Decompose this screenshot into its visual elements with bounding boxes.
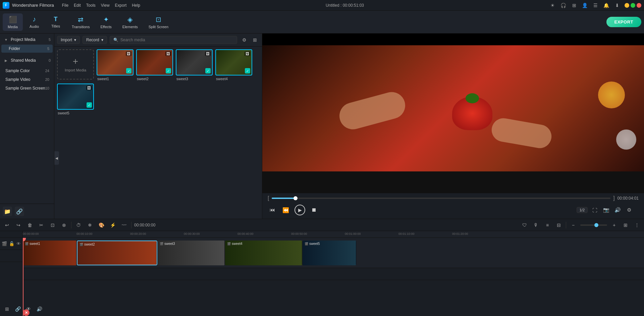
add-track-button[interactable]: ⊞ bbox=[3, 305, 11, 313]
timeline-playhead bbox=[23, 238, 23, 316]
track-lock-icon[interactable]: 🔓 bbox=[9, 241, 14, 246]
crop-button[interactable]: ⊡ bbox=[48, 221, 57, 229]
volume-button[interactable]: 🔊 bbox=[613, 206, 622, 214]
progress-bar-track[interactable] bbox=[272, 198, 610, 199]
export-button[interactable]: EXPORT bbox=[606, 17, 641, 27]
undo-button[interactable]: ↩ bbox=[3, 221, 11, 229]
shared-media-header[interactable]: ▶ Shared Media 0 bbox=[0, 56, 54, 65]
full-screen-button[interactable]: ⛶ bbox=[590, 206, 599, 214]
toolbar-titles[interactable]: T Titles bbox=[46, 14, 66, 30]
audio-button[interactable]: ⚡ bbox=[108, 221, 117, 229]
toolbar-audio[interactable]: ♪ Audio bbox=[24, 13, 44, 31]
freeze-button[interactable]: ❄ bbox=[86, 221, 94, 229]
close-button[interactable] bbox=[637, 3, 641, 8]
playback-rate[interactable]: 1/2 bbox=[577, 207, 588, 213]
sidebar-item-sample-green-screen[interactable]: Sample Green Screen 10 bbox=[1, 84, 53, 92]
speaker-bottom-button[interactable]: 🔊 bbox=[35, 305, 44, 313]
media-item-sweet1[interactable]: 🖼 ✓ sweet1 bbox=[97, 49, 133, 81]
eq-button[interactable]: ≡ bbox=[543, 221, 552, 229]
menu-export[interactable]: Export bbox=[115, 3, 127, 8]
new-folder-button[interactable]: 📁 bbox=[3, 207, 12, 216]
bracket-left-icon[interactable]: [ bbox=[268, 195, 269, 201]
fit-button[interactable]: ⊞ bbox=[621, 221, 630, 229]
play-button[interactable]: ▶ bbox=[294, 205, 305, 215]
ruler-ts-7: 00:01:10:00 bbox=[398, 232, 415, 235]
zoom-in-button[interactable]: + bbox=[610, 221, 619, 229]
import-media-button[interactable]: + Import Media bbox=[57, 49, 94, 80]
search-input[interactable] bbox=[120, 38, 233, 42]
ruler-spacer bbox=[0, 231, 22, 238]
toolbar-effects[interactable]: ✦ Effects bbox=[96, 13, 116, 31]
settings-button[interactable]: ⚙ bbox=[625, 206, 633, 214]
sidebar-item-sample-color[interactable]: Sample Color 24 bbox=[1, 67, 53, 75]
zoom-out-button[interactable]: − bbox=[569, 221, 578, 229]
bell-icon[interactable]: 🔔 bbox=[603, 2, 610, 9]
sidebar-item-sample-video[interactable]: Sample Video 20 bbox=[1, 75, 53, 84]
grid-icon[interactable]: ⊞ bbox=[571, 2, 578, 9]
snapshot-button[interactable]: 📷 bbox=[602, 206, 610, 214]
media-item-sweet4[interactable]: 🖼 ✓ sweet4 bbox=[215, 49, 252, 81]
bracket-right-icon[interactable]: ] bbox=[613, 195, 614, 201]
frame-back-button[interactable]: ⏪ bbox=[281, 205, 290, 215]
timeline-clip-sweet3[interactable]: 🎬 sweet3 bbox=[158, 241, 225, 265]
media-thumb-image-sweet5: 🖼 ✓ bbox=[57, 84, 94, 110]
sun-icon[interactable]: ☀ bbox=[549, 2, 556, 9]
speed-button[interactable]: ⏱ bbox=[74, 221, 83, 229]
menu-edit[interactable]: Edit bbox=[74, 3, 81, 8]
menu-tools[interactable]: Tools bbox=[86, 3, 96, 8]
download-icon[interactable]: ⬇ bbox=[614, 2, 621, 9]
timeline-clip-sweet5[interactable]: 🎬 sweet5 bbox=[303, 241, 356, 265]
side-collapse-button[interactable]: ◀ bbox=[54, 151, 59, 165]
title-bar-right: ☀ 🎧 ⊞ 👤 ☰ 🔔 ⬇ bbox=[549, 2, 641, 9]
maximize-button[interactable] bbox=[631, 3, 635, 8]
clip-type-icon: 🎬 bbox=[25, 242, 29, 246]
import-dropdown[interactable]: Import ▾ bbox=[57, 36, 80, 44]
link-button[interactable]: 🔗 bbox=[15, 207, 24, 216]
track-video-icon[interactable]: 🎬 bbox=[2, 241, 7, 246]
more-button[interactable]: ⋮ bbox=[633, 221, 641, 229]
stop-button[interactable]: ⏹ bbox=[309, 205, 319, 215]
track-eye-icon[interactable]: 👁 bbox=[16, 241, 21, 246]
detach-button[interactable]: ⊗ bbox=[60, 221, 68, 229]
account-icon[interactable]: 👤 bbox=[582, 2, 588, 9]
toolbar-split-screen[interactable]: ⊡ Split Screen bbox=[144, 13, 173, 31]
timeline-clip-sweet4[interactable]: 🎬 sweet4 bbox=[225, 241, 302, 265]
minimize-button[interactable] bbox=[625, 3, 629, 8]
shield-button[interactable]: 🛡 bbox=[520, 221, 529, 229]
toolbar-elements[interactable]: ◈ Elements bbox=[118, 13, 143, 31]
timeline-clip-sweet2[interactable]: 🎬 sweet2 bbox=[77, 241, 157, 265]
subtitle-button[interactable]: ⊟ bbox=[554, 221, 563, 229]
grid-view-button[interactable]: ⊞ bbox=[251, 36, 259, 44]
menu-view[interactable]: View bbox=[101, 3, 110, 8]
media-item-sweet2[interactable]: 🖼 ✓ sweet2 bbox=[136, 49, 173, 81]
link-clip-button[interactable]: 🔗 bbox=[13, 305, 22, 313]
cut-button[interactable]: ✂ bbox=[37, 221, 46, 229]
zoom-track[interactable] bbox=[580, 224, 607, 226]
redo-button[interactable]: ↪ bbox=[14, 221, 23, 229]
sidebar-item-folder[interactable]: Folder 5 bbox=[1, 45, 53, 53]
toolbar-media-label: Media bbox=[8, 25, 18, 29]
timeline-clip-sweet1[interactable]: 🎬 sweet1 bbox=[23, 241, 76, 265]
wave-button[interactable]: 〰 bbox=[120, 221, 128, 229]
project-media-header[interactable]: ▼ Project Media 5 bbox=[0, 35, 54, 44]
color-button[interactable]: 🎨 bbox=[97, 221, 106, 229]
app-name: Wondershare Filmora bbox=[12, 3, 54, 8]
playback-row: ⏮ ⏪ ▶ ⏹ 1/2 ⛶ 📷 🔊 ⚙ bbox=[268, 203, 639, 217]
project-media-label: Project Media bbox=[11, 37, 35, 42]
menu-file[interactable]: File bbox=[62, 3, 68, 8]
headphone-icon[interactable]: 🎧 bbox=[560, 2, 567, 9]
toolbar-transitions[interactable]: ⇄ Transitions bbox=[67, 13, 94, 31]
media-item-sweet3[interactable]: 🖼 ✓ sweet3 bbox=[176, 49, 213, 81]
filter-button[interactable]: ⚙ bbox=[240, 36, 249, 44]
delete-button[interactable]: 🗑 bbox=[25, 221, 34, 229]
menu-help[interactable]: Help bbox=[132, 3, 140, 8]
mic-button[interactable]: 🎙 bbox=[532, 221, 540, 229]
record-dropdown[interactable]: Record ▾ bbox=[83, 36, 107, 44]
sample-video-label: Sample Video bbox=[5, 77, 31, 82]
selected-check-sweet4: ✓ bbox=[245, 68, 250, 73]
skip-back-button[interactable]: ⏮ bbox=[268, 205, 277, 215]
list-icon[interactable]: ☰ bbox=[592, 2, 599, 9]
progress-bar-container: [ ] 00:00:04:01 bbox=[268, 195, 639, 201]
media-item-sweet5[interactable]: 🖼 ✓ sweet5 bbox=[57, 84, 94, 115]
toolbar-media[interactable]: ⬛ Media bbox=[3, 13, 23, 31]
